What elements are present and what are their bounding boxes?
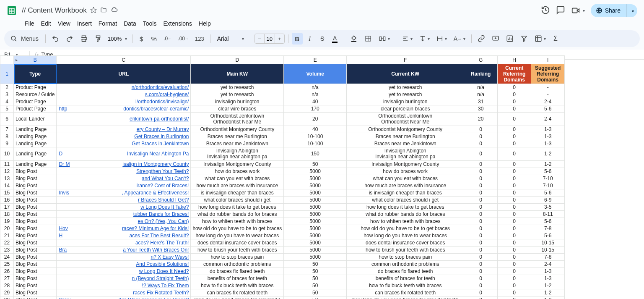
share-dropdown[interactable]: ▾ [626,4,637,17]
bold-button[interactable]: B [292,33,303,45]
history-icon[interactable] [541,5,550,16]
text-rotation-button[interactable]: A→▾ [451,33,468,45]
column-header-C[interactable]: C [57,56,191,60]
search-menus[interactable]: Menus [8,35,42,42]
fill-color-button[interactable] [348,33,360,45]
zoom-select[interactable]: 100%▾ [106,36,129,42]
functions-button[interactable]: Σ [550,33,561,45]
svg-marker-35 [522,36,527,42]
undo-button[interactable] [49,33,62,45]
column-header-D[interactable]: D [191,56,284,60]
sheets-logo[interactable] [6,5,18,16]
svg-rect-36 [535,36,541,42]
filter-views-button[interactable]: ▾ [532,33,548,45]
column-header-H[interactable]: H [498,56,531,60]
insert-chart-button[interactable] [504,33,516,45]
move-icon[interactable] [100,7,107,15]
share-button[interactable]: Share [591,4,626,17]
menu-insert[interactable]: Insert [74,19,95,28]
star-icon[interactable] [90,7,97,15]
currency-button[interactable]: $ [136,33,147,45]
column-header-E[interactable]: E [284,56,347,60]
increase-font-size-button[interactable]: + [275,36,284,42]
svg-rect-17 [379,37,382,41]
menu-file[interactable]: File [22,19,37,28]
column-header-G[interactable]: G [464,56,498,60]
increase-decimal-button[interactable]: .00→ [175,33,191,45]
menu-format[interactable]: Format [96,19,120,28]
paint-format-button[interactable] [92,33,104,45]
decrease-font-size-button[interactable]: − [255,36,264,42]
spreadsheet-grid[interactable]: BCDEFGHI1TypeURLMain KWVolumeCurrent KWR… [0,55,565,60]
text-wrap-button[interactable]: ▾ [434,33,449,45]
redo-button[interactable] [63,33,76,45]
font-family-select[interactable]: Arial▾ [214,35,247,42]
more-formats-button[interactable]: 123 [192,33,207,45]
menu-data[interactable]: Data [121,19,139,28]
italic-button[interactable]: I [304,33,315,45]
column-header-F[interactable]: F [347,56,464,60]
font-size-control: − + [254,34,285,44]
strikethrough-button[interactable]: S [317,33,328,45]
vertical-align-button[interactable]: ▾ [417,33,432,45]
svg-marker-5 [91,7,96,13]
column-header-I[interactable]: I [531,56,565,60]
svg-rect-18 [383,37,385,41]
insert-comment-button[interactable] [489,33,502,45]
insert-link-button[interactable] [475,33,488,45]
menu-tools[interactable]: Tools [140,19,160,28]
cloud-status-icon[interactable] [110,6,118,15]
title-bar: // Content Workbook ▾ Share ▾ [0,0,644,18]
column-header-B[interactable]: B [14,56,57,60]
svg-rect-12 [82,39,86,42]
text-color-button[interactable]: A [330,33,340,45]
meet-icon[interactable]: ▾ [571,6,585,15]
menu-view[interactable]: View [55,19,73,28]
menu-help[interactable]: Help [196,19,214,28]
percent-button[interactable]: % [148,33,159,45]
svg-line-10 [15,39,16,41]
search-menus-label: Menus [21,35,39,42]
font-family-value: Arial [217,35,229,42]
comments-icon[interactable] [556,5,565,16]
svg-rect-6 [572,8,577,13]
borders-button[interactable] [362,33,374,45]
show-hidden-columns-button[interactable]: ▸ [13,55,19,60]
svg-rect-13 [351,41,356,42]
document-title[interactable]: // Content Workbook [22,6,87,15]
merge-cells-button[interactable]: ▾ [376,33,392,45]
select-all-cell[interactable] [0,56,14,60]
horizontal-align-button[interactable]: ▾ [400,33,415,45]
menu-extensions[interactable]: Extensions [160,19,195,28]
print-button[interactable] [78,33,90,45]
menu-edit[interactable]: Edit [38,19,54,28]
decrease-decimal-button[interactable]: .0← [161,33,174,45]
menu-bar: FileEditViewInsertFormatDataToolsExtensi… [0,18,644,29]
filter-button[interactable] [518,33,530,45]
font-size-input[interactable] [264,34,275,43]
toolbar: Menus 100%▾ $ % .0← .00→ 123 Arial▾ − + … [4,30,640,47]
share-button-label: Share [605,7,621,14]
zoom-value: 100% [108,36,122,42]
